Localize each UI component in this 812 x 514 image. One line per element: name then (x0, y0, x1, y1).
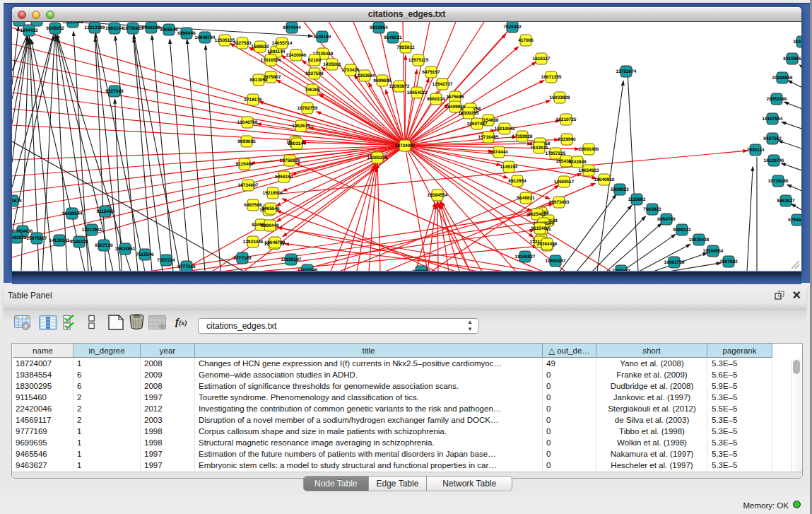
svg-text:1588520: 1588520 (251, 45, 269, 49)
svg-text:10756928: 10756928 (280, 158, 300, 163)
svg-text:6497568: 6497568 (28, 22, 46, 23)
svg-text:10653267: 10653267 (546, 259, 566, 264)
svg-text:12975115: 12975115 (408, 58, 429, 63)
svg-text:1115682: 1115682 (628, 197, 646, 202)
svg-text:3624554: 3624554 (793, 40, 801, 45)
svg-text:6497568: 6497568 (244, 203, 262, 208)
svg-text:9699695: 9699695 (237, 139, 256, 144)
svg-text:62160: 62160 (308, 58, 321, 63)
svg-text:19654923: 19654923 (579, 168, 599, 173)
svg-text:2803144: 2803144 (105, 26, 124, 31)
svg-text:12923446: 12923446 (243, 240, 264, 245)
svg-text:1145194: 1145194 (314, 35, 331, 40)
svg-text:15692971: 15692971 (12, 235, 27, 240)
svg-text:12213389: 12213389 (85, 25, 105, 30)
svg-text:9474444: 9474444 (283, 25, 301, 30)
svg-text:12923446: 12923446 (63, 22, 83, 25)
svg-text:7625402: 7625402 (528, 212, 546, 217)
svg-text:7485063: 7485063 (612, 269, 630, 271)
svg-text:1435001: 1435001 (323, 62, 341, 67)
svg-text:9699695: 9699695 (373, 78, 392, 83)
svg-text:12093872: 12093872 (389, 84, 410, 89)
svg-text:9465546: 9465546 (261, 206, 280, 211)
svg-text:417006: 417006 (518, 38, 534, 43)
svg-text:9329966: 9329966 (558, 137, 576, 142)
svg-text:19384554: 19384554 (703, 249, 724, 254)
svg-text:20206558: 20206558 (772, 76, 793, 81)
svg-text:20691406: 20691406 (579, 147, 599, 152)
svg-text:3675685: 3675685 (446, 95, 464, 100)
svg-text:16961758: 16961758 (664, 260, 685, 265)
svg-text:14055714: 14055714 (272, 41, 293, 46)
svg-text:14136141: 14136141 (49, 238, 70, 243)
svg-text:16120746: 16120746 (764, 158, 784, 163)
svg-text:19218506: 19218506 (12, 22, 30, 23)
svg-text:9242848: 9242848 (568, 160, 587, 165)
svg-text:19218506: 19218506 (263, 191, 283, 196)
svg-text:7663822: 7663822 (643, 207, 661, 212)
svg-text:9777169: 9777169 (233, 256, 252, 261)
svg-text:9115460: 9115460 (531, 226, 549, 231)
svg-text:10756928: 10756928 (123, 26, 143, 31)
svg-text:8454749: 8454749 (657, 217, 676, 222)
svg-text:20053346: 20053346 (767, 97, 787, 102)
svg-text:16107554: 16107554 (763, 117, 783, 122)
svg-text:12942737: 12942737 (433, 82, 453, 87)
svg-text:9327503: 9327503 (233, 41, 252, 46)
svg-text:8322037: 8322037 (412, 269, 430, 271)
svg-text:9327508: 9327508 (305, 71, 324, 76)
svg-text:5938923: 5938923 (611, 187, 629, 192)
svg-text:1362615: 1362615 (292, 124, 310, 129)
svg-text:1145194: 1145194 (500, 165, 518, 170)
svg-text:2803144: 2803144 (288, 141, 306, 146)
svg-text:8660124: 8660124 (427, 97, 445, 102)
svg-text:9465546: 9465546 (160, 28, 178, 33)
svg-text:10654112: 10654112 (407, 90, 428, 95)
svg-text:18640910: 18640910 (594, 177, 615, 182)
svg-text:9146821: 9146821 (384, 35, 402, 40)
svg-text:16409544: 16409544 (62, 211, 83, 216)
svg-text:8267130: 8267130 (95, 243, 113, 248)
svg-text:16033809: 16033809 (550, 95, 570, 100)
svg-text:9777169: 9777169 (177, 264, 196, 269)
svg-text:1615117: 1615117 (533, 57, 551, 62)
svg-text:19166827: 19166827 (515, 255, 536, 259)
svg-text:10025438: 10025438 (689, 238, 710, 243)
svg-text:6466160: 6466160 (142, 25, 160, 30)
svg-text:10958187: 10958187 (281, 257, 302, 262)
svg-text:7625402: 7625402 (503, 25, 522, 30)
svg-text:14569117: 14569117 (554, 180, 575, 185)
svg-text:2087682: 2087682 (719, 259, 738, 264)
svg-text:18300275: 18300275 (367, 156, 388, 160)
svg-text:6479197: 6479197 (422, 70, 440, 75)
svg-text:8215955: 8215955 (783, 57, 801, 62)
svg-text:9146821: 9146821 (517, 196, 535, 201)
svg-text:20364436: 20364436 (537, 242, 558, 247)
svg-text:16210643: 16210643 (495, 127, 515, 132)
svg-text:18300295: 18300295 (459, 111, 479, 116)
svg-text:16782759: 16782759 (298, 106, 318, 111)
svg-text:22420046: 22420046 (286, 53, 307, 58)
svg-text:8471676: 8471676 (12, 199, 22, 204)
svg-text:15716485: 15716485 (478, 135, 499, 140)
svg-text:18724007: 18724007 (238, 183, 259, 188)
svg-text:2935114: 2935114 (747, 148, 765, 153)
svg-text:17016504: 17016504 (261, 58, 281, 63)
svg-text:12505135: 12505135 (215, 38, 235, 43)
svg-text:10607487: 10607487 (467, 122, 488, 127)
svg-text:7357224: 7357224 (157, 258, 175, 263)
svg-text:18724007: 18724007 (395, 144, 416, 148)
svg-text:6990448: 6990448 (177, 31, 196, 36)
svg-text:16671355: 16671355 (541, 75, 562, 80)
svg-text:7955812: 7955812 (396, 45, 415, 50)
svg-text:12213961: 12213961 (82, 228, 102, 233)
svg-text:9463627: 9463627 (777, 199, 795, 204)
svg-text:1691144: 1691144 (268, 49, 286, 54)
svg-text:10973493: 10973493 (549, 200, 570, 205)
svg-text:9498222: 9498222 (673, 228, 691, 233)
svg-text:9115460: 9115460 (97, 209, 114, 214)
svg-text:1733426: 1733426 (341, 68, 360, 73)
svg-text:20975867: 20975867 (27, 236, 47, 241)
svg-text:16648784: 16648784 (265, 240, 286, 245)
svg-text:19384554: 19384554 (428, 193, 448, 198)
